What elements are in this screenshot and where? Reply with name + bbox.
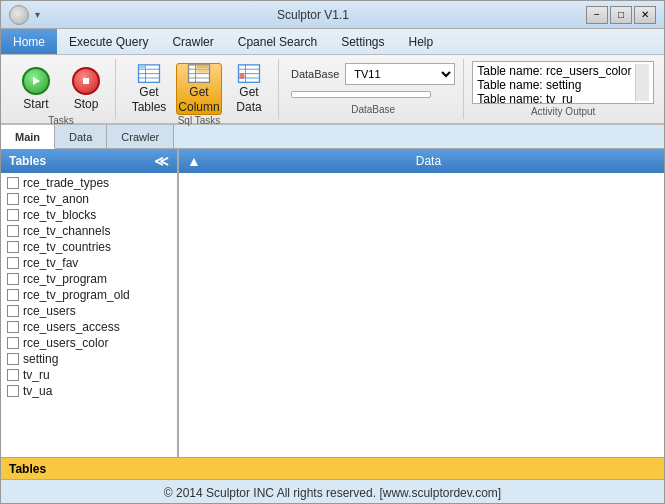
table-item-2[interactable]: rce_tv_blocks bbox=[1, 207, 177, 223]
checkbox-6[interactable] bbox=[7, 273, 19, 285]
data-content bbox=[179, 173, 664, 457]
get-data-button[interactable]: Get Data bbox=[226, 63, 272, 115]
svg-rect-14 bbox=[196, 70, 208, 73]
tables-panel-header: Tables ≪ bbox=[1, 149, 177, 173]
title-bar-controls: − □ ✕ bbox=[586, 6, 656, 24]
data-panel-title: Data bbox=[201, 154, 656, 168]
sql-buttons: Get Tables Get Column bbox=[126, 63, 272, 115]
svg-rect-13 bbox=[196, 66, 208, 69]
svg-rect-1 bbox=[83, 78, 89, 84]
tab-main[interactable]: Main bbox=[1, 125, 55, 149]
checkbox-13[interactable] bbox=[7, 385, 19, 397]
checkbox-12[interactable] bbox=[7, 369, 19, 381]
activity-output-section: Table name: rce_users_color Table name: … bbox=[468, 59, 658, 119]
checkbox-7[interactable] bbox=[7, 289, 19, 301]
svg-rect-7 bbox=[139, 66, 145, 69]
get-data-icon bbox=[236, 64, 262, 83]
checkbox-4[interactable] bbox=[7, 241, 19, 253]
menu-item-cpanel-search[interactable]: Cpanel Search bbox=[226, 29, 329, 54]
database-section-label: DataBase bbox=[291, 104, 455, 115]
checkbox-2[interactable] bbox=[7, 209, 19, 221]
table-item-3[interactable]: rce_tv_channels bbox=[1, 223, 177, 239]
collapse-icon[interactable]: ≪ bbox=[154, 153, 169, 169]
database-section: DataBase TV11 DataBase bbox=[283, 59, 464, 119]
table-item-8[interactable]: rce_users bbox=[1, 303, 177, 319]
database-progress-bar bbox=[291, 91, 431, 98]
footer: © 2014 Sculptor INC All rights reserved.… bbox=[1, 479, 664, 504]
table-item-0[interactable]: rce_trade_types bbox=[1, 175, 177, 191]
activity-line-2: Table name: setting bbox=[477, 78, 635, 92]
get-tables-button[interactable]: Get Tables bbox=[126, 63, 172, 115]
bottom-panel: Tables bbox=[1, 457, 664, 479]
checkbox-0[interactable] bbox=[7, 177, 19, 189]
checkbox-1[interactable] bbox=[7, 193, 19, 205]
database-row: DataBase TV11 bbox=[291, 63, 455, 85]
activity-scrollbar[interactable] bbox=[635, 64, 649, 101]
sql-tasks-label: Sql Tasks bbox=[178, 115, 221, 128]
stop-icon bbox=[72, 67, 100, 95]
table-item-1[interactable]: rce_tv_anon bbox=[1, 191, 177, 207]
activity-line-1: Table name: rce_users_color bbox=[477, 64, 635, 78]
toolbar: Start Stop Tasks Ge bbox=[1, 55, 664, 125]
table-item-11[interactable]: setting bbox=[1, 351, 177, 367]
table-list[interactable]: rce_trade_types rce_tv_anon rce_tv_block… bbox=[1, 173, 177, 457]
tab-data[interactable]: Data bbox=[55, 125, 107, 148]
table-item-4[interactable]: rce_tv_countries bbox=[1, 239, 177, 255]
left-panel: Tables ≪ rce_trade_types rce_tv_anon rce… bbox=[1, 149, 179, 457]
table-item-7[interactable]: rce_tv_program_old bbox=[1, 287, 177, 303]
svg-point-20 bbox=[239, 74, 244, 79]
data-panel-header: ▲ Data bbox=[179, 149, 664, 173]
activity-output-label: Activity Output bbox=[472, 104, 654, 117]
checkbox-9[interactable] bbox=[7, 321, 19, 333]
menu-item-execute-query[interactable]: Execute Query bbox=[57, 29, 160, 54]
menu-item-home[interactable]: Home bbox=[1, 29, 57, 54]
checkbox-5[interactable] bbox=[7, 257, 19, 269]
right-panel: ▲ Data bbox=[179, 149, 664, 457]
get-tables-icon bbox=[136, 64, 162, 83]
bottom-panel-label: Tables bbox=[9, 462, 46, 476]
checkbox-10[interactable] bbox=[7, 337, 19, 349]
window-title: Sculptor V1.1 bbox=[40, 8, 586, 22]
stop-button[interactable]: Stop bbox=[63, 63, 109, 115]
database-label: DataBase bbox=[291, 68, 339, 80]
main-content: Tables ≪ rce_trade_types rce_tv_anon rce… bbox=[1, 149, 664, 457]
get-column-button[interactable]: Get Column bbox=[176, 63, 222, 115]
activity-output-content: Table name: rce_users_color Table name: … bbox=[477, 64, 635, 101]
maximize-button[interactable]: □ bbox=[610, 6, 632, 24]
tasks-buttons: Start Stop bbox=[13, 63, 109, 115]
title-bar-left: ▾ bbox=[9, 5, 40, 25]
checkbox-11[interactable] bbox=[7, 353, 19, 365]
checkbox-8[interactable] bbox=[7, 305, 19, 317]
toolbar-tasks-section: Start Stop Tasks bbox=[7, 59, 116, 119]
table-item-6[interactable]: rce_tv_program bbox=[1, 271, 177, 287]
close-button[interactable]: ✕ bbox=[634, 6, 656, 24]
svg-marker-0 bbox=[33, 77, 40, 85]
tab-crawler[interactable]: Crawler bbox=[107, 125, 174, 148]
table-item-10[interactable]: rce_users_color bbox=[1, 335, 177, 351]
table-item-5[interactable]: rce_tv_fav bbox=[1, 255, 177, 271]
menu-bar: Home Execute Query Crawler Cpanel Search… bbox=[1, 29, 664, 55]
tables-panel-title: Tables bbox=[9, 154, 46, 168]
database-select[interactable]: TV11 bbox=[345, 63, 455, 85]
activity-line-3: Table name: tv_ru bbox=[477, 92, 635, 104]
toolbar-sql-section: Get Tables Get Column bbox=[120, 59, 279, 119]
table-item-9[interactable]: rce_users_access bbox=[1, 319, 177, 335]
table-item-13[interactable]: tv_ua bbox=[1, 383, 177, 399]
data-arrow-icon: ▲ bbox=[187, 153, 201, 169]
menu-item-help[interactable]: Help bbox=[396, 29, 445, 54]
minimize-button[interactable]: − bbox=[586, 6, 608, 24]
menu-item-crawler[interactable]: Crawler bbox=[160, 29, 225, 54]
footer-text: © 2014 Sculptor INC All rights reserved.… bbox=[164, 486, 501, 500]
activity-output: Table name: rce_users_color Table name: … bbox=[472, 61, 654, 104]
app-icon bbox=[9, 5, 29, 25]
tab-bar: Main Data Crawler bbox=[1, 125, 664, 149]
start-button[interactable]: Start bbox=[13, 63, 59, 115]
checkbox-3[interactable] bbox=[7, 225, 19, 237]
start-icon bbox=[22, 67, 50, 95]
menu-item-settings[interactable]: Settings bbox=[329, 29, 396, 54]
table-item-12[interactable]: tv_ru bbox=[1, 367, 177, 383]
title-bar: ▾ Sculptor V1.1 − □ ✕ bbox=[1, 1, 664, 29]
get-column-icon bbox=[186, 64, 212, 83]
